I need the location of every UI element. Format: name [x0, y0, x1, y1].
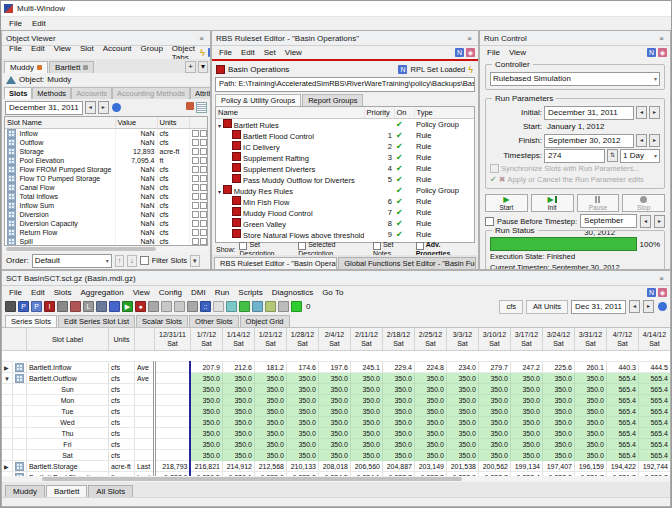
pause-button[interactable]: Pause [577, 194, 620, 212]
flag-box-icon[interactable] [192, 229, 199, 236]
swatch-lime-icon[interactable] [291, 301, 302, 312]
sct-row[interactable]: Thucfs350.0350.0350.0350.0350.0350.0350.… [2, 428, 670, 439]
cell-value[interactable]: 350.0 [574, 417, 606, 428]
rule-row[interactable]: Bartlett Flood Control1✔Rule [216, 130, 475, 141]
timestep-unit-select[interactable]: 1 Day▾ [620, 149, 660, 163]
layout-icon[interactable] [96, 301, 107, 312]
cell-value[interactable]: 206,560 [350, 461, 382, 472]
filter-slots-checkbox[interactable] [140, 256, 149, 265]
cell-value[interactable]: 350.0 [414, 417, 446, 428]
controller-select[interactable]: Rulebased Simulation▾ [490, 72, 660, 86]
cell-value[interactable] [154, 373, 190, 384]
cell-value[interactable]: 260.1 [574, 362, 606, 373]
date-column-header[interactable]: 2/11/12Sat [350, 328, 382, 351]
cell-value[interactable]: 350.0 [350, 450, 382, 461]
datetime-sync-icon[interactable] [112, 103, 121, 112]
plot-icon[interactable] [109, 301, 120, 312]
checkbox-icon[interactable] [298, 242, 306, 250]
cell-value[interactable]: 181.2 [254, 362, 286, 373]
slot-table-hscrollbar[interactable] [4, 246, 208, 252]
cell-value[interactable]: 565.4 [638, 373, 670, 384]
cell-value[interactable]: 565.4 [638, 417, 670, 428]
cell-value[interactable]: 350.0 [254, 406, 286, 417]
menu-item-edit[interactable]: Edit [237, 48, 259, 57]
col-on[interactable]: On [394, 107, 414, 119]
flag-box-icon[interactable] [200, 229, 207, 236]
date-column-header[interactable]: 1/21/12Sat [254, 328, 286, 351]
slot-row[interactable]: Flow FROM Pumped StorageNaNcfs [5, 165, 207, 174]
cell-value[interactable]: 350.0 [254, 450, 286, 461]
cell-value[interactable]: 201,538 [446, 461, 478, 472]
cell-value[interactable]: 350.0 [446, 384, 478, 395]
cell-value[interactable]: 192,744 [638, 461, 670, 472]
cell-value[interactable]: 350.0 [350, 428, 382, 439]
cell-value[interactable]: 350.0 [318, 428, 350, 439]
cell-value[interactable]: 350.0 [542, 417, 574, 428]
cell-value[interactable]: 350.0 [350, 373, 382, 384]
float-panel-icon[interactable]: N [455, 48, 464, 57]
cell-value[interactable]: 350.0 [446, 428, 478, 439]
cell-value[interactable]: 350.0 [478, 384, 510, 395]
cell-value[interactable]: 234.0 [446, 362, 478, 373]
cell-value[interactable]: 350.0 [414, 395, 446, 406]
cell-value[interactable]: 565.4 [606, 395, 638, 406]
policy-group-row[interactable]: ▾ Muddy Res Rules✔Policy Group [216, 185, 475, 196]
cell-value[interactable]: 350.0 [446, 450, 478, 461]
panel-split-icon[interactable] [174, 301, 185, 312]
tab-list-button[interactable]: ▾ [198, 61, 208, 73]
finish-next-icon[interactable]: ▸ [649, 134, 660, 147]
menu-item-config[interactable]: Config [155, 288, 186, 297]
list-view-icon[interactable] [196, 102, 207, 113]
menu-item-view[interactable]: View [129, 288, 154, 297]
panel-options-icon[interactable]: ◈ [466, 48, 475, 57]
slot-row[interactable]: DiversionNaNcfs [5, 210, 207, 219]
slot-row[interactable]: OutflowNaNcfs [5, 138, 207, 147]
cell-value[interactable]: 350.0 [510, 406, 542, 417]
cell-value[interactable]: 225.6 [542, 362, 574, 373]
flag-box-icon[interactable] [192, 238, 199, 245]
cell-value[interactable]: 350.0 [190, 450, 222, 461]
col-units[interactable]: Units [108, 328, 134, 351]
panel-plain-icon[interactable] [161, 301, 172, 312]
cell-value[interactable] [154, 417, 190, 428]
col-slot-name[interactable]: Slot Name [5, 117, 115, 129]
cell-value[interactable]: 350.0 [190, 373, 222, 384]
cancel-icon[interactable]: ✖ [499, 175, 506, 184]
policy-group-row[interactable]: ▾ Bartlett Rules✔Policy Group [216, 119, 475, 131]
checkbox-icon[interactable] [239, 242, 247, 250]
sct-row[interactable]: Tuecfs350.0350.0350.0350.0350.0350.0350.… [2, 406, 670, 417]
tab-object-grid[interactable]: Object Grid [240, 315, 290, 327]
cell-value[interactable]: 350.0 [190, 417, 222, 428]
flag-box-icon[interactable] [200, 184, 207, 191]
menu-item-file[interactable]: File [215, 48, 236, 57]
swatch-teal-icon[interactable] [252, 301, 263, 312]
cell-value[interactable]: 350.0 [414, 439, 446, 450]
date-prev-icon[interactable]: ◂ [85, 101, 96, 114]
init-button[interactable]: ▶Init [531, 194, 574, 212]
cell-value[interactable]: 565.4 [606, 428, 638, 439]
timesteps-spinner[interactable]: ⇅ [607, 149, 618, 162]
cell-value[interactable]: 350.0 [478, 439, 510, 450]
lightning-icon[interactable]: ϟ [468, 65, 473, 75]
sct-row[interactable]: Wedcfs350.0350.0350.0350.0350.0350.0350.… [2, 417, 670, 428]
date-field[interactable]: December 31, 2011 [5, 101, 83, 115]
cell-value[interactable]: 350.0 [222, 406, 254, 417]
on-checkmark-icon[interactable]: ✔ [394, 218, 414, 229]
flag-box-icon[interactable] [200, 211, 207, 218]
slot-row[interactable]: Canal FlowNaNcfs [5, 183, 207, 192]
stop-run-icon[interactable]: ● [135, 301, 146, 312]
flag-box-icon[interactable] [200, 139, 207, 146]
cell-value[interactable]: 208,018 [318, 461, 350, 472]
cell-value[interactable]: 350.0 [510, 395, 542, 406]
cell-value[interactable]: 565.4 [638, 384, 670, 395]
edit-cells-icon[interactable] [57, 301, 68, 312]
clear-cells-icon[interactable] [70, 301, 81, 312]
cell-value[interactable]: 174.6 [286, 362, 318, 373]
cell-value[interactable]: 350.0 [574, 450, 606, 461]
cell-value[interactable]: 350.0 [350, 395, 382, 406]
sct-row[interactable]: ▼Bartlett.OutflowcfsAve350.0350.0350.035… [2, 373, 670, 384]
on-checkmark-icon[interactable]: ✔ [394, 229, 414, 240]
menu-item-scripts[interactable]: Scripts [234, 288, 266, 297]
cell-value[interactable]: 350.0 [446, 406, 478, 417]
sync-slots-checkbox[interactable] [490, 164, 499, 173]
